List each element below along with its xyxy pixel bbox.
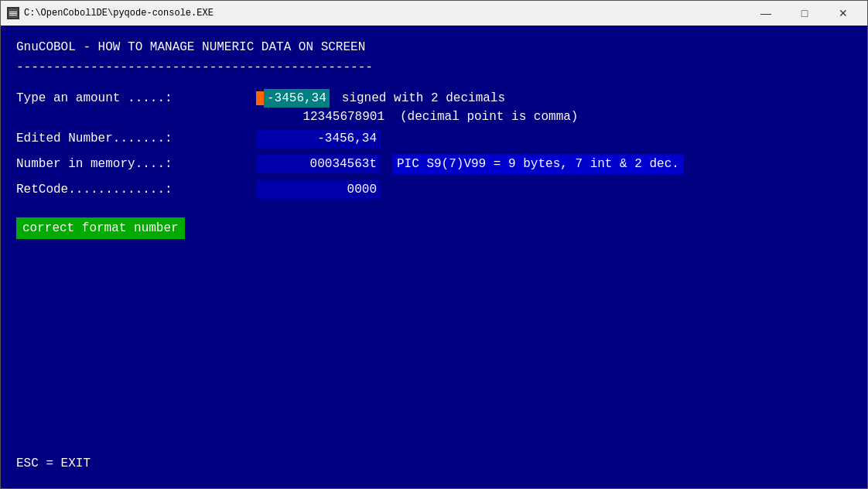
- retcode-label: RetCode.............:: [16, 180, 256, 199]
- svg-rect-2: [9, 13, 17, 14]
- svg-rect-3: [9, 15, 17, 15]
- type-amount-label: Type an amount .....:: [16, 89, 256, 108]
- type-amount-row: Type an amount .....: -3456,34 signed wi…: [16, 89, 852, 126]
- title-bar: C:\OpenCobollDE\pyqode-console.EXE — □ ✕: [1, 1, 867, 26]
- app-icon: [7, 7, 19, 19]
- edited-number-value: -3456,34: [256, 129, 380, 148]
- cursor-icon: [256, 91, 264, 105]
- amount-value-line: -3456,34 signed with 2 decimals: [256, 89, 578, 108]
- minimize-button[interactable]: —: [748, 1, 784, 26]
- terminal-separator: ----------------------------------------…: [16, 58, 852, 77]
- amount-value[interactable]: -3456,34: [264, 89, 330, 108]
- amount-desc-line2: (decimal point is comma): [400, 108, 578, 126]
- esc-line: ESC = EXIT: [16, 454, 91, 473]
- title-bar-controls: — □ ✕: [748, 1, 861, 26]
- retcode-row: RetCode.............: 0000: [16, 180, 852, 199]
- type-amount-input-col: -3456,34 signed with 2 decimals 12345678…: [256, 89, 578, 126]
- maximize-button[interactable]: □: [787, 1, 822, 26]
- retcode-value: 0000: [256, 180, 380, 199]
- amount-ruler-line: 12345678901 (decimal point is comma): [256, 108, 578, 126]
- window: C:\OpenCobollDE\pyqode-console.EXE — □ ✕…: [0, 0, 868, 489]
- status-badge-container: correct format number: [16, 208, 852, 239]
- amount-desc-line1: signed with 2 decimals: [342, 89, 505, 108]
- terminal: GnuCOBOL - HOW TO MANAGE NUMERIC DATA ON…: [1, 26, 867, 488]
- number-in-memory-desc: PIC S9(7)V99 = 9 bytes, 7 int & 2 dec.: [392, 154, 684, 174]
- svg-rect-1: [9, 12, 17, 12]
- window-title: C:\OpenCobollDE\pyqode-console.EXE: [24, 8, 214, 19]
- number-in-memory-value: 00034563t: [256, 155, 380, 173]
- status-badge: correct format number: [16, 217, 185, 239]
- edited-number-label: Edited Number.......:: [16, 129, 256, 148]
- edited-number-row: Edited Number.......: -3456,34: [16, 129, 852, 148]
- title-bar-left: C:\OpenCobollDE\pyqode-console.EXE: [7, 7, 214, 19]
- close-button[interactable]: ✕: [825, 1, 861, 26]
- terminal-title: GnuCOBOL - HOW TO MANAGE NUMERIC DATA ON…: [16, 38, 852, 56]
- amount-ruler: 12345678901: [256, 108, 388, 126]
- number-in-memory-label: Number in memory....:: [16, 155, 256, 173]
- number-in-memory-row: Number in memory....: 00034563t PIC S9(7…: [16, 154, 852, 174]
